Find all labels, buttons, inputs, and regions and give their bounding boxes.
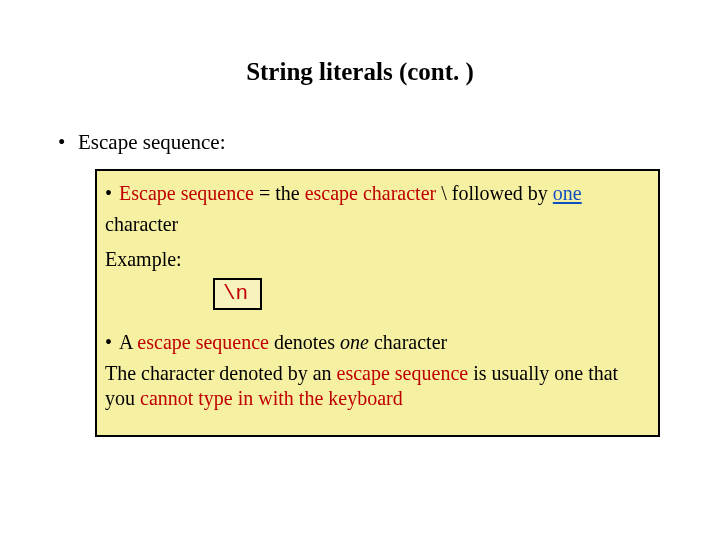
- note2-red: escape sequence: [337, 362, 469, 384]
- note2-red2: cannot type in with the keyboard: [140, 387, 403, 409]
- main-bullet-text: Escape sequence:: [78, 130, 226, 154]
- def-one-link: one: [553, 182, 582, 204]
- definition-line: •Escape sequence = the escape character …: [105, 181, 650, 206]
- note1-em: one: [340, 331, 369, 353]
- def-backslash: \ followed by: [436, 182, 553, 204]
- def-term: Escape sequence: [119, 182, 254, 204]
- example-label: Example:: [105, 247, 650, 272]
- slide-title: String literals (cont. ): [0, 0, 720, 108]
- definition-line-2: character: [105, 212, 650, 237]
- note-line-2: The character denoted by an escape seque…: [105, 361, 650, 411]
- note2-a: The character denoted by an: [105, 362, 337, 384]
- def-escape-char: escape character: [305, 182, 437, 204]
- bullet-dot-icon: •: [105, 181, 119, 206]
- bullet-dot-icon: •: [58, 130, 78, 155]
- code-example: \n: [213, 278, 262, 310]
- note1-red: escape sequence: [137, 331, 269, 353]
- bullet-dot-icon: •: [105, 330, 119, 355]
- note1-a: A: [119, 331, 137, 353]
- note1-c: character: [369, 331, 447, 353]
- note-line-1: •A escape sequence denotes one character: [105, 330, 650, 355]
- note1-b: denotes: [269, 331, 340, 353]
- content-box: •Escape sequence = the escape character …: [95, 169, 660, 437]
- main-bullet: •Escape sequence:: [0, 108, 720, 169]
- def-text: = the: [254, 182, 305, 204]
